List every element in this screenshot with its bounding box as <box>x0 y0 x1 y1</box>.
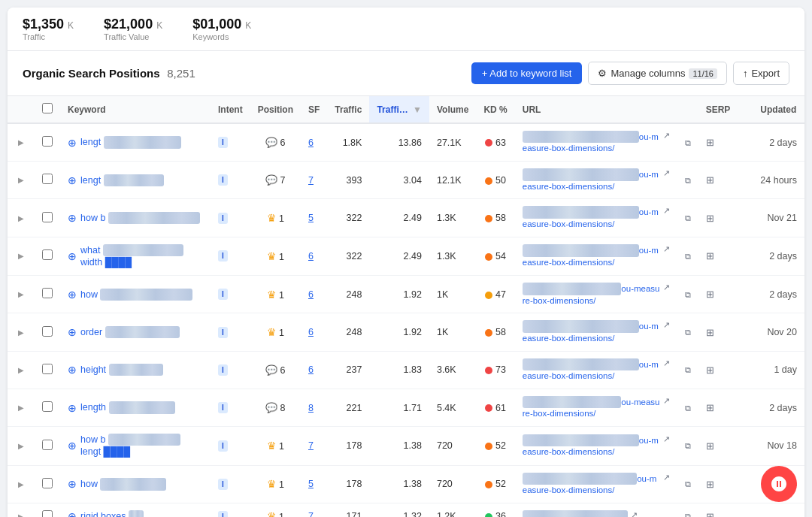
manage-columns-button[interactable]: ⚙ Manage columns 11/16 <box>588 62 727 85</box>
sf-cell[interactable]: 7 <box>301 503 327 517</box>
url-copy-cell[interactable]: ⧉ <box>677 503 698 517</box>
sf-cell[interactable]: 5 <box>301 199 327 237</box>
url-copy-cell[interactable]: ⧉ <box>677 427 698 466</box>
keyword-text[interactable]: how b ███ ████ ████ <box>80 434 180 445</box>
serp-cell[interactable]: ⊞ <box>698 465 738 503</box>
expand-button[interactable]: ▶ <box>15 511 27 517</box>
url-copy-cell[interactable]: ⧉ <box>677 465 698 503</box>
checkbox-cell[interactable] <box>35 237 60 276</box>
expand-cell[interactable]: ▶ <box>8 237 35 276</box>
expand-cell[interactable]: ▶ <box>8 351 35 389</box>
keyword-text-line2[interactable]: width ████ <box>80 257 132 268</box>
expand-cell[interactable]: ▶ <box>8 503 35 517</box>
sf-link[interactable]: 6 <box>308 251 314 262</box>
serp-cell[interactable]: ⊞ <box>698 427 738 466</box>
sf-cell[interactable]: 7 <box>301 162 327 199</box>
expand-cell[interactable]: ▶ <box>8 162 35 199</box>
col-volume[interactable]: Volume <box>429 96 476 123</box>
sf-cell[interactable]: 6 <box>301 313 327 351</box>
copy-icon[interactable]: ⧉ <box>685 479 691 488</box>
checkbox-cell[interactable] <box>35 389 60 426</box>
copy-icon[interactable]: ⧉ <box>685 441 691 450</box>
url-copy-cell[interactable]: ⧉ <box>677 389 698 426</box>
checkbox-cell[interactable] <box>35 503 60 517</box>
sf-cell[interactable]: 6 <box>301 123 327 162</box>
checkbox-cell[interactable] <box>35 123 60 162</box>
url-text[interactable]: ████ ████ ████ /how-do-you-measure-box-d… <box>523 320 660 343</box>
copy-icon[interactable]: ⧉ <box>685 138 691 147</box>
checkbox-cell[interactable] <box>35 313 60 351</box>
serp-preview-icon[interactable]: ⊞ <box>706 289 714 300</box>
add-keyword-icon[interactable]: ⊕ <box>68 212 77 224</box>
checkbox-cell[interactable] <box>35 427 60 466</box>
col-intent[interactable]: Intent <box>211 96 250 123</box>
expand-button[interactable]: ▶ <box>15 479 27 490</box>
add-keyword-icon[interactable]: ⊕ <box>68 478 77 490</box>
serp-preview-icon[interactable]: ⊞ <box>706 364 714 376</box>
add-keyword-icon[interactable]: ⊕ <box>68 440 77 452</box>
external-link-icon[interactable]: ↗ <box>663 131 670 141</box>
url-text[interactable]: ████ ████ ████ /how-do-you-measure-box-d… <box>523 244 660 268</box>
serp-cell[interactable]: ⊞ <box>698 123 738 162</box>
col-position[interactable]: Position <box>250 96 301 123</box>
serp-cell[interactable]: ⊞ <box>698 162 738 199</box>
keyword-text[interactable]: how b ███ ████ ████ ███ <box>80 213 200 223</box>
select-all-checkbox[interactable] <box>42 103 53 113</box>
add-keyword-icon[interactable]: ⊕ <box>68 510 77 517</box>
external-link-icon[interactable]: ↗ <box>663 473 670 482</box>
copy-icon[interactable]: ⧉ <box>685 328 691 337</box>
keyword-text[interactable]: length ████ ████ ██ <box>80 402 175 413</box>
row-checkbox[interactable] <box>42 478 53 488</box>
serp-cell[interactable]: ⊞ <box>698 237 738 276</box>
expand-button[interactable]: ▶ <box>15 174 27 186</box>
serp-cell[interactable]: ⊞ <box>698 503 738 517</box>
add-to-keyword-list-button[interactable]: + Add to keyword list <box>471 62 583 84</box>
add-keyword-icon[interactable]: ⊕ <box>68 364 77 376</box>
col-sf[interactable]: SF <box>301 96 327 123</box>
external-link-icon[interactable]: ↗ <box>663 396 670 406</box>
keyword-text-line2[interactable]: lengt ████ <box>80 446 130 457</box>
url-text[interactable]: ████ ████ ████ /how-do-you-measure-box-d… <box>523 434 660 458</box>
keyword-text[interactable]: height ███ █ ████ <box>80 364 163 375</box>
add-keyword-icon[interactable]: ⊕ <box>68 137 77 149</box>
row-checkbox[interactable] <box>42 249 53 260</box>
expand-cell[interactable]: ▶ <box>8 389 35 426</box>
url-text[interactable]: ████ ████ █ /how-do-you-measure-box-dime… <box>523 396 660 419</box>
expand-cell[interactable]: ▶ <box>8 199 35 237</box>
sf-link[interactable]: 5 <box>308 213 314 223</box>
add-keyword-icon[interactable]: ⊕ <box>68 402 77 414</box>
row-checkbox[interactable] <box>42 364 53 374</box>
copy-icon[interactable]: ⧉ <box>685 176 691 185</box>
sf-link[interactable]: 6 <box>308 327 314 337</box>
serp-preview-icon[interactable]: ⊞ <box>706 511 714 517</box>
url-text[interactable]: packmojo.com/custom-pack <box>523 510 628 517</box>
row-checkbox[interactable] <box>42 212 53 222</box>
expand-button[interactable]: ▶ <box>15 327 27 338</box>
url-text[interactable]: ████ ████ █ /how-do-you-measure-box-dime… <box>523 283 660 306</box>
expand-cell[interactable]: ▶ <box>8 313 35 351</box>
serp-cell[interactable]: ⊞ <box>698 276 738 313</box>
col-keyword[interactable]: Keyword <box>60 96 211 123</box>
external-link-icon[interactable]: ↗ <box>663 358 670 368</box>
serp-preview-icon[interactable]: ⊞ <box>706 137 714 148</box>
row-checkbox[interactable] <box>42 288 53 298</box>
url-copy-cell[interactable]: ⧉ <box>677 237 698 276</box>
copy-icon[interactable]: ⧉ <box>685 365 691 374</box>
col-traffic[interactable]: Traffic <box>327 96 369 123</box>
sf-link[interactable]: 7 <box>308 440 314 451</box>
checkbox-cell[interactable] <box>35 276 60 313</box>
expand-button[interactable]: ▶ <box>15 137 27 148</box>
serp-cell[interactable]: ⊞ <box>698 313 738 351</box>
col-updated[interactable]: Updated <box>753 96 804 123</box>
keyword-text[interactable]: order ██ ████ ████ █ <box>80 327 180 337</box>
expand-cell[interactable]: ▶ <box>8 465 35 503</box>
sf-cell[interactable]: 6 <box>301 351 327 389</box>
keyword-text[interactable]: rigid boxes ██ <box>80 511 144 517</box>
add-keyword-icon[interactable]: ⊕ <box>68 250 77 262</box>
col-checkbox[interactable] <box>35 96 60 123</box>
row-checkbox[interactable] <box>42 174 53 184</box>
url-text[interactable]: ████ ████ ████ /how-do-you-measure-box-d… <box>523 358 660 382</box>
copy-icon[interactable]: ⧉ <box>685 512 691 517</box>
sf-link[interactable]: 6 <box>308 138 314 148</box>
serp-preview-icon[interactable]: ⊞ <box>706 402 714 413</box>
